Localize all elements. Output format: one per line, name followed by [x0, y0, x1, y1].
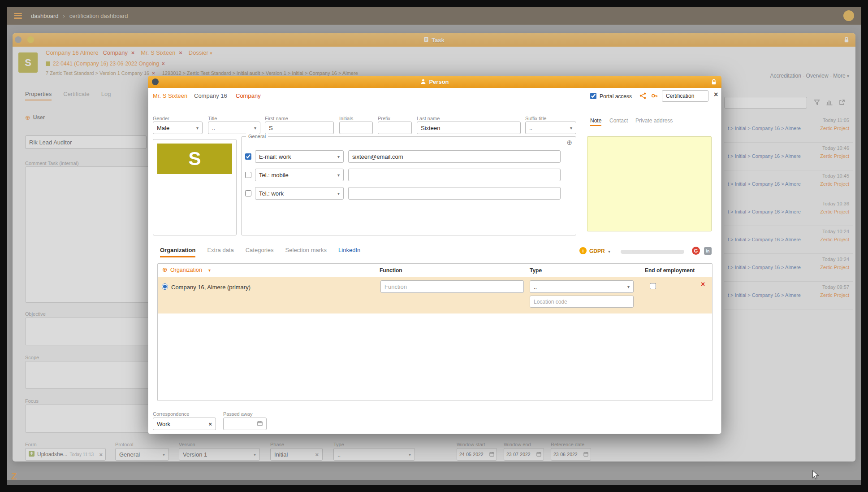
person-dialog-title: Person — [429, 78, 449, 85]
contact-type-value: Tel.: mobile — [259, 172, 289, 179]
contact-row-checkbox[interactable] — [245, 172, 251, 178]
chevron-down-icon: ▾ — [208, 268, 211, 273]
tab-linkedin[interactable]: LinkedIn — [338, 247, 360, 257]
portal-access-label: Portal access — [600, 93, 632, 100]
chevron-down-icon: ▾ — [627, 284, 630, 289]
calendar-icon — [257, 421, 263, 427]
gender-value: Male — [157, 125, 169, 131]
tab-extra-data[interactable]: Extra data — [207, 247, 233, 257]
location-code-field[interactable] — [530, 296, 634, 308]
last-name-label: Last name — [417, 116, 440, 121]
gdpr-icon: i — [579, 247, 587, 254]
email-work-field[interactable] — [348, 150, 561, 163]
gender-select[interactable]: Male▾ — [153, 122, 203, 134]
correspondence-value: Work — [157, 421, 170, 427]
primary-organization-radio[interactable] — [162, 283, 168, 290]
contact-type-select[interactable]: Tel.: work▾ — [255, 187, 344, 200]
title-select[interactable]: ..▾ — [208, 122, 260, 134]
column-function: Function — [380, 267, 402, 274]
person-dialog-titlebar: Person — [148, 76, 721, 88]
chevron-down-icon: ▾ — [570, 126, 572, 131]
tel-mobile-field[interactable] — [348, 169, 561, 181]
suffix-title-label: Suffix title — [525, 116, 547, 121]
chevron-down-icon: ▾ — [337, 173, 340, 178]
chevron-down-icon: ▾ — [337, 191, 340, 196]
chevron-down-icon: ▾ — [254, 126, 256, 131]
general-legend: General — [246, 134, 268, 139]
organization-panel: ⊕ Organization ▾ Function Type End of em… — [157, 263, 713, 401]
column-end-of-employment: End of employment — [645, 267, 695, 274]
linkedin-icon[interactable]: in — [704, 247, 712, 255]
function-field[interactable] — [380, 280, 524, 293]
chevron-down-icon: ▾ — [196, 126, 199, 131]
lock-icon[interactable] — [711, 79, 717, 87]
title-label: Title — [208, 116, 217, 121]
suffix-title-value: .. — [529, 125, 532, 131]
first-name-field[interactable] — [265, 122, 334, 134]
share-icon[interactable] — [639, 92, 646, 101]
gender-label: Gender — [153, 116, 169, 121]
gdpr-label[interactable]: GDPR — [589, 248, 605, 254]
add-organization-icon[interactable]: ⊕ — [162, 266, 168, 273]
contact-type-select[interactable]: E-mail: work▾ — [255, 150, 344, 163]
key-icon[interactable] — [651, 92, 658, 101]
company-context-link[interactable]: Company 16 — [194, 92, 227, 99]
correspondence-field[interactable]: Work × — [153, 418, 216, 430]
tab-private-address[interactable]: Private address — [635, 118, 673, 124]
organization-row[interactable]: Company 16, Almere (primary) ..▾ × — [158, 277, 712, 313]
prefix-field[interactable] — [378, 122, 412, 134]
organization-name: Company 16, Almere (primary) — [171, 284, 250, 291]
tab-categories[interactable]: Categories — [246, 247, 274, 257]
contact-row-checkbox[interactable] — [245, 190, 251, 196]
google-icon[interactable]: G — [692, 247, 700, 255]
entity-type-link[interactable]: Company — [236, 92, 261, 99]
tab-contact[interactable]: Contact — [609, 118, 628, 124]
chevron-down-icon[interactable]: ▾ — [608, 249, 610, 254]
prefix-label: Prefix — [378, 116, 390, 121]
first-name-label: First name — [265, 116, 288, 121]
person-icon — [420, 78, 426, 86]
title-value: .. — [212, 125, 215, 131]
avatar-card[interactable]: S — [153, 139, 237, 235]
tab-organization[interactable]: Organization — [160, 247, 195, 257]
last-name-field[interactable] — [417, 122, 521, 134]
person-dialog: Person Mr. S Sixteen Company 16 Company … — [148, 76, 721, 434]
person-context-link[interactable]: Mr. S Sixteen — [153, 92, 187, 99]
note-textarea[interactable] — [587, 136, 712, 231]
suffix-title-select[interactable]: ..▾ — [525, 122, 576, 134]
initials-field[interactable] — [339, 122, 373, 134]
delete-icon[interactable]: × — [701, 280, 705, 288]
tel-work-field[interactable] — [348, 187, 561, 200]
contact-row-checkbox[interactable] — [245, 153, 251, 160]
section-tabs: Organization Extra data Categories Selec… — [160, 247, 360, 257]
portal-access-checkbox[interactable] — [590, 93, 596, 99]
add-organization-link[interactable]: Organization — [170, 267, 202, 273]
passed-away-date[interactable] — [223, 418, 267, 430]
window-control-dot[interactable] — [152, 78, 159, 85]
general-fieldset: General ⊕ E-mail: work▾ Tel.: mobile▾ Te… — [241, 136, 576, 235]
certification-context-field[interactable] — [662, 90, 708, 102]
close-icon[interactable]: × — [714, 91, 718, 99]
gdpr-progress-bar — [621, 250, 684, 254]
correspondence-label: Correspondence — [153, 411, 189, 417]
end-of-employment-checkbox[interactable] — [650, 283, 656, 289]
contact-type-value: E-mail: work — [259, 153, 291, 160]
contact-type-value: Tel.: work — [259, 190, 284, 197]
screen-frame: dashboard › certification dashboard Task… — [0, 0, 868, 492]
tab-note[interactable]: Note — [590, 118, 601, 126]
organization-type-select[interactable]: ..▾ — [530, 280, 634, 293]
passed-away-label: Passed away — [223, 411, 252, 417]
contact-type-select[interactable]: Tel.: mobile▾ — [255, 169, 344, 181]
initials-label: Initials — [339, 116, 353, 121]
organization-type-value: .. — [534, 283, 537, 290]
mouse-cursor — [811, 470, 820, 480]
chevron-down-icon: ▾ — [337, 154, 340, 159]
tab-selection-marks[interactable]: Selection marks — [285, 247, 327, 257]
close-icon[interactable]: × — [208, 421, 212, 427]
person-avatar: S — [157, 144, 232, 174]
add-contact-row-icon[interactable]: ⊕ — [566, 139, 572, 147]
column-type: Type — [530, 267, 542, 274]
